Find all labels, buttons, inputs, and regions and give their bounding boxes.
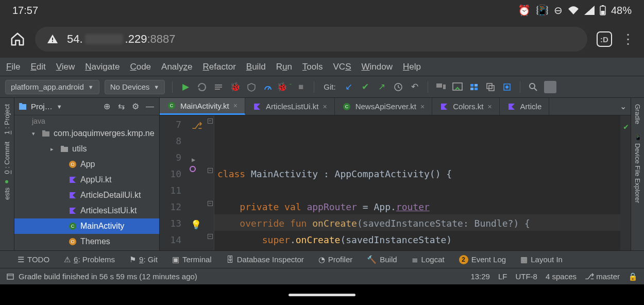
run-button[interactable]: ▶ — [180, 81, 191, 93]
status-line-separator[interactable]: LF — [498, 272, 507, 281]
debug-button[interactable]: 🐞 — [229, 81, 241, 93]
tool-tab-commit[interactable]: 0: Commit — [2, 139, 12, 187]
bottom-tab-6-problems[interactable]: ⚠6: Problems — [64, 255, 115, 264]
editor-tab-colors-kt[interactable]: Colors.kt× — [432, 98, 499, 115]
tree-row-appui-kt[interactable]: AppUi.kt — [14, 172, 159, 188]
sdk-manager-button[interactable] — [452, 81, 463, 93]
project-tree[interactable]: java▾com.joaquimverges.kmp.ne▸utilsOAppA… — [14, 115, 159, 250]
code-line[interactable]: class MainActivity : AppCompatActivity()… — [217, 166, 620, 182]
tree-row-java[interactable]: java — [14, 116, 159, 126]
tab-close-button[interactable]: × — [233, 101, 238, 110]
code-line[interactable]: private val appRouter = App.router — [217, 199, 620, 215]
device-manager-button[interactable] — [501, 81, 513, 93]
fold-toggle[interactable]: − — [208, 234, 213, 239]
bottom-tab-logcat[interactable]: ≣Logcat — [412, 255, 445, 264]
address-bar[interactable]: 54. .229:8887 — [35, 27, 587, 52]
expand-all-button[interactable]: ⇆ — [116, 101, 126, 112]
fold-toggle[interactable]: − — [208, 118, 213, 124]
tree-row-com-joaquimverges-kmp-ne[interactable]: ▾com.joaquimverges.kmp.ne — [14, 126, 159, 141]
tree-row-utils[interactable]: ▸utils — [14, 141, 159, 157]
resource-manager-button[interactable] — [468, 81, 480, 93]
status-indent[interactable]: 4 spaces — [546, 272, 577, 281]
editor-tab-mainactivity-kt[interactable]: CMainActivity.kt× — [160, 98, 245, 115]
tab-close-button[interactable]: × — [420, 103, 425, 111]
chevron-down-icon[interactable]: ▼ — [57, 104, 62, 110]
tree-row-app[interactable]: OApp — [14, 157, 159, 172]
menu-file[interactable]: File — [6, 62, 20, 72]
status-encoding[interactable]: UTF-8 — [515, 272, 537, 281]
code-line[interactable] — [217, 182, 620, 199]
tree-row-mainactivity[interactable]: CMainActivity — [14, 218, 159, 234]
code-line[interactable]: setContent { — [217, 248, 620, 250]
tree-row-articleslistui-kt[interactable]: ArticlesListUi.kt — [14, 203, 159, 218]
home-button[interactable] — [9, 31, 26, 47]
bottom-tab-terminal[interactable]: ▣Terminal — [172, 255, 212, 264]
scroll-from-source-button[interactable]: ⊕ — [101, 101, 112, 112]
tool-tab-device-file-explorer[interactable]: 📱 Device File Explorer — [633, 130, 642, 206]
more-menu-button[interactable]: ⋮ — [621, 31, 635, 47]
code-line[interactable]: super.onCreate(savedInstanceState) — [217, 232, 620, 248]
menu-build[interactable]: Build — [246, 62, 266, 72]
git-pull-button[interactable]: ↙ — [343, 81, 354, 93]
bottom-tab-layout-in[interactable]: ▦Layout In — [520, 255, 563, 264]
menu-navigate[interactable]: Navigate — [85, 62, 120, 72]
tool-tab-project[interactable]: 1: Project — [2, 101, 12, 138]
bottom-tab-9-git[interactable]: ⚑9: Git — [129, 255, 158, 264]
bottom-tab-todo[interactable]: ☰TODO — [18, 255, 49, 264]
editor-tab-newsapiserver-kt[interactable]: CNewsApiServer.kt× — [335, 98, 433, 115]
git-history-button[interactable] — [393, 81, 404, 93]
readonly-lock-icon[interactable]: 🔒 — [628, 272, 638, 281]
status-caret[interactable]: 13:29 — [470, 272, 490, 281]
stop-button[interactable]: ■ — [295, 81, 307, 93]
git-push-button[interactable]: ↗ — [376, 81, 387, 93]
layout-inspector-button[interactable] — [485, 81, 496, 93]
error-stripe[interactable]: ✔ — [620, 115, 631, 250]
device-selector[interactable]: No Devices ▼ — [105, 80, 165, 94]
tree-row-articledetailui-kt[interactable]: ArticleDetailUi.kt — [14, 188, 159, 203]
editor-tab-article[interactable]: Article — [500, 98, 550, 115]
git-commit-button[interactable]: ✔ — [360, 81, 371, 93]
fold-toggle[interactable]: − — [208, 201, 213, 206]
menu-vcs[interactable]: VCS — [333, 62, 351, 72]
fold-toggle[interactable]: − — [208, 168, 213, 173]
account-avatar-button[interactable] — [544, 81, 556, 93]
apply-changes-button[interactable] — [196, 81, 208, 93]
coverage-button[interactable] — [246, 81, 257, 93]
search-everywhere-button[interactable] — [528, 81, 539, 93]
gesture-nav-pill[interactable] — [289, 294, 355, 296]
avd-manager-button[interactable] — [435, 81, 447, 93]
tab-close-button[interactable]: × — [487, 103, 492, 111]
status-branch[interactable]: ⎇ master — [585, 272, 620, 281]
collapse-button[interactable]: — — [145, 101, 155, 112]
tool-tab-tests[interactable]: ests — [2, 188, 12, 203]
profile-button[interactable] — [262, 81, 274, 93]
bottom-tab-profiler[interactable]: ◔Profiler — [318, 255, 353, 264]
menu-window[interactable]: Window — [362, 62, 393, 72]
menu-analyze[interactable]: Analyze — [161, 62, 193, 72]
bottom-tab-build[interactable]: 🔨Build — [367, 255, 397, 264]
menu-view[interactable]: View — [56, 62, 75, 72]
bottom-tab-event-log[interactable]: 2Event Log — [459, 255, 506, 264]
tab-close-button[interactable]: × — [323, 103, 327, 111]
code-content[interactable]: class MainActivity : AppCompatActivity()… — [214, 115, 620, 250]
bottom-tab-database-inspector[interactable]: 🗄Database Inspector — [226, 255, 304, 264]
git-revert-button[interactable]: ↶ — [409, 81, 420, 93]
tab-count-button[interactable]: :D — [597, 31, 612, 47]
menu-refactor[interactable]: Refactor — [203, 62, 236, 72]
menu-tools[interactable]: Tools — [302, 62, 323, 72]
settings-button[interactable]: ⚙ — [130, 101, 141, 112]
menu-help[interactable]: Help — [403, 62, 421, 72]
tool-tab-gradle[interactable]: Gradle — [633, 101, 642, 127]
editor-tab-articleslistui-kt[interactable]: ArticlesListUi.kt× — [245, 98, 335, 115]
menu-run[interactable]: Run — [276, 62, 292, 72]
run-config-selector[interactable]: platform_app.android ▼ — [5, 80, 99, 94]
menu-edit[interactable]: Edit — [30, 62, 45, 72]
menu-code[interactable]: Code — [130, 62, 151, 72]
attach-debugger-button[interactable]: 🐞→ — [279, 81, 290, 93]
apply-code-button[interactable] — [213, 81, 224, 93]
override-gutter-icon[interactable] — [190, 166, 196, 172]
code-editor[interactable]: 7891011121314 ⎇ ▶ 💡 − − − − class MainAc… — [160, 115, 631, 250]
intention-bulb-icon[interactable]: 💡 — [191, 216, 201, 233]
tree-row-themes[interactable]: OThemes — [14, 234, 159, 249]
editor-tabs-overflow-button[interactable]: ⌄ — [616, 98, 631, 115]
